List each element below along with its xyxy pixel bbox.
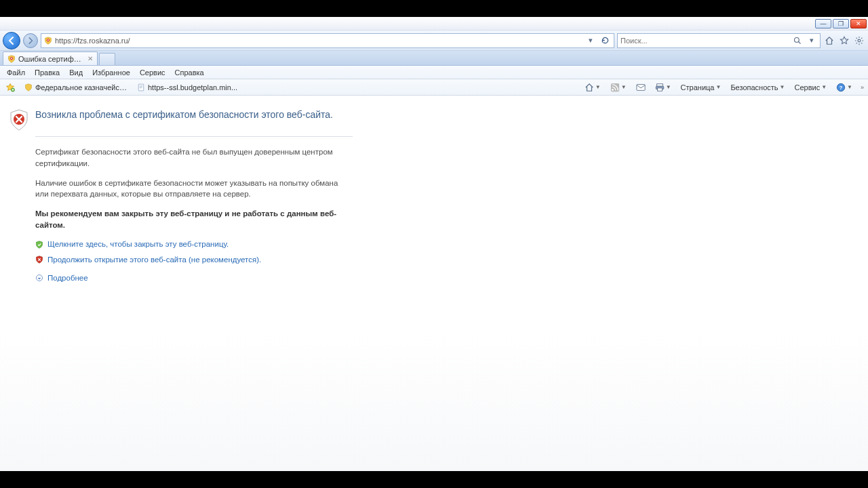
menu-bar: Файл Правка Вид Избранное Сервис Справка — [0, 66, 868, 79]
window-titlebar: — ❐ ✕ — [0, 17, 868, 30]
shield-icon — [24, 83, 33, 92]
menu-file[interactable]: Файл — [3, 67, 29, 78]
address-dropdown-icon[interactable]: ▾ — [585, 35, 596, 46]
favorite-label: https--ssl.budgetplan.min... — [148, 83, 237, 92]
warn-shield-icon — [35, 256, 43, 264]
close-page-link[interactable]: Щелкните здесь, чтобы закрыть эту веб-ст… — [47, 239, 229, 250]
cmd-help-icon[interactable]: ?▼ — [833, 81, 855, 94]
favorites-add-icon[interactable] — [3, 81, 18, 94]
search-bar[interactable]: ▾ — [617, 33, 821, 48]
forward-button[interactable] — [23, 33, 38, 48]
favorite-link-0[interactable]: Федеральное казначейст... — [22, 82, 130, 93]
search-dropdown-icon[interactable]: ▾ — [806, 35, 817, 46]
cmd-page-menu[interactable]: Страница▼ — [678, 82, 724, 93]
more-info-link[interactable]: Подробнее — [47, 272, 88, 284]
menu-help[interactable]: Справка — [171, 67, 208, 78]
address-bar[interactable]: ▾ — [41, 33, 614, 48]
cert-error-line2: Наличие ошибок в сертификате безопасност… — [35, 178, 353, 200]
continue-line: Продолжить открытие этого веб-сайта (не … — [35, 254, 353, 266]
more-info-line: Подробнее — [35, 272, 353, 284]
letterbox-bottom — [0, 471, 868, 488]
cmd-security-menu[interactable]: Безопасность▼ — [728, 82, 787, 93]
shield-error-icon — [9, 109, 28, 131]
page-content: Возникла проблема с сертификатом безопас… — [0, 96, 868, 471]
tab-title: Ошибка сертификата: пе... — [18, 55, 82, 63]
cmd-mail-icon[interactable] — [633, 82, 648, 93]
search-input[interactable] — [620, 37, 789, 45]
svg-text:?: ? — [840, 85, 843, 91]
cmd-feeds-icon[interactable]: ▼ — [608, 81, 629, 94]
close-page-line: Щелкните здесь, чтобы закрыть эту веб-ст… — [35, 239, 353, 250]
svg-point-15 — [37, 275, 43, 281]
letterbox-top — [0, 0, 868, 17]
cmd-print-icon[interactable]: ▼ — [652, 81, 674, 94]
svg-rect-11 — [657, 87, 662, 90]
menu-view[interactable]: Вид — [65, 67, 87, 78]
refresh-button[interactable] — [599, 35, 611, 47]
cert-warning-icon — [7, 55, 16, 63]
svg-rect-9 — [656, 83, 663, 86]
page-icon — [137, 83, 145, 92]
cmd-overflow-icon[interactable]: » — [859, 84, 865, 91]
back-button[interactable] — [3, 32, 20, 49]
tab-bar: Ошибка сертификата: пе... ✕ — [0, 51, 868, 66]
expand-icon[interactable] — [35, 274, 43, 282]
cert-error-heading: Возникла проблема с сертификатом безопас… — [35, 108, 353, 121]
navigation-bar: ▾ ▾ — [0, 30, 868, 51]
menu-tools[interactable]: Сервис — [136, 67, 170, 78]
address-input[interactable] — [55, 37, 583, 45]
search-button-icon[interactable] — [791, 35, 804, 47]
cert-error-line1: Сертификат безопасности этого веб-сайта … — [35, 146, 353, 169]
command-bar: Федеральное казначейст... https--ssl.bud… — [0, 79, 868, 96]
cmd-home-icon[interactable]: ▼ — [582, 81, 604, 94]
tab-cert-error[interactable]: Ошибка сертификата: пе... ✕ — [3, 52, 98, 65]
favorites-star-icon[interactable] — [838, 35, 850, 47]
menu-favorites[interactable]: Избранное — [88, 67, 134, 78]
svg-point-7 — [612, 89, 614, 91]
cert-warning-icon — [44, 37, 52, 45]
continue-link[interactable]: Продолжить открытие этого веб-сайта (не … — [47, 254, 261, 266]
svg-point-1 — [795, 37, 800, 42]
tab-close-icon[interactable]: ✕ — [87, 55, 93, 62]
svg-rect-8 — [637, 84, 645, 90]
home-button-icon[interactable] — [823, 35, 835, 47]
maximize-button[interactable]: ❐ — [833, 19, 849, 28]
close-button[interactable]: ✕ — [850, 19, 867, 28]
cmd-service-menu[interactable]: Сервис▼ — [791, 82, 829, 93]
minimize-button[interactable]: — — [815, 19, 831, 28]
svg-point-2 — [858, 39, 861, 42]
svg-rect-5 — [138, 84, 144, 91]
cert-error-recommend: Мы рекомендуем вам закрыть эту веб-стран… — [35, 208, 353, 230]
favorite-link-1[interactable]: https--ssl.budgetplan.min... — [134, 82, 240, 93]
menu-edit[interactable]: Правка — [31, 67, 64, 78]
new-tab-button[interactable] — [99, 53, 115, 65]
tools-gear-icon[interactable] — [853, 35, 865, 47]
divider — [35, 136, 353, 137]
favorite-label: Федеральное казначейст... — [35, 83, 127, 92]
check-shield-icon — [35, 241, 43, 249]
browser-window: — ❐ ✕ ▾ ▾ — [0, 17, 868, 471]
